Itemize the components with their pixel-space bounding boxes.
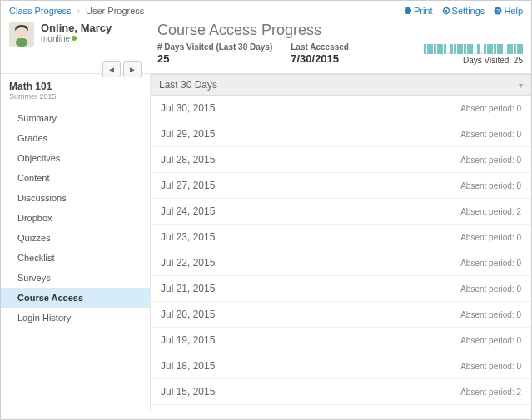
chevron-down-icon: ▾: [519, 81, 523, 90]
spark-bar: [480, 52, 483, 54]
help-link[interactable]: ?Help: [494, 6, 523, 16]
row-date: Jul 27, 2015: [161, 180, 215, 191]
course-name: Math 101: [1, 77, 150, 92]
prev-user-button[interactable]: ◄: [102, 61, 121, 77]
user-name: Online, Marcy: [41, 22, 157, 34]
row-absent-period: Absent period: 0: [460, 362, 521, 371]
settings-link[interactable]: Settings: [442, 6, 488, 16]
svg-point-4: [445, 10, 446, 12]
last-accessed-label: Last Accessed: [291, 42, 349, 52]
access-row[interactable]: Jul 23, 2015Absent period: 0: [151, 225, 531, 250]
row-absent-period: Absent period: 2: [460, 388, 521, 397]
breadcrumb-separator: ›: [77, 7, 80, 16]
print-icon: [404, 7, 412, 15]
status-dot-icon: [72, 36, 77, 41]
spark-bar: [434, 44, 436, 54]
access-row[interactable]: Jul 24, 2015Absent period: 2: [151, 199, 531, 225]
access-row[interactable]: Jul 22, 2015Absent period: 0: [151, 250, 531, 276]
sidebar-item-summary[interactable]: Summary: [1, 108, 150, 128]
spark-bar: [450, 44, 453, 54]
section-header[interactable]: Last 30 Days ▾: [151, 74, 531, 96]
sidebar-item-content[interactable]: Content: [1, 168, 150, 188]
sparkline: [424, 42, 523, 54]
svg-rect-2: [405, 12, 410, 14]
sidebar-item-course-access[interactable]: Course Access: [1, 288, 150, 308]
row-date: Jul 21, 2015: [161, 283, 215, 294]
user-username: monline: [41, 34, 157, 43]
spark-bar: [464, 44, 466, 54]
access-row[interactable]: Jul 28, 2015Absent period: 0: [151, 147, 531, 173]
sidebar-item-objectives[interactable]: Objectives: [1, 148, 150, 168]
svg-rect-0: [405, 9, 411, 12]
access-row[interactable]: Jul 21, 2015Absent period: 0: [151, 276, 531, 302]
print-link[interactable]: Print: [404, 6, 435, 16]
spark-bar: [454, 44, 456, 54]
section-title: Last 30 Days: [159, 79, 217, 91]
spark-bar: [437, 44, 440, 54]
row-date: Jul 24, 2015: [161, 205, 215, 217]
svg-rect-8: [16, 38, 27, 47]
access-row[interactable]: Jul 18, 2015Absent period: 0: [151, 353, 531, 379]
top-actions: Print Settings ?Help: [397, 6, 523, 16]
sidebar-item-dropbox[interactable]: Dropbox: [1, 208, 150, 228]
course-term: Summer 2015: [1, 92, 150, 106]
spark-bar: [460, 44, 463, 54]
sidebar-item-discussions[interactable]: Discussions: [1, 188, 150, 208]
spark-bar: [520, 44, 523, 54]
spark-bar: [424, 44, 426, 54]
row-date: Jul 15, 2015: [161, 386, 215, 398]
spark-bar: [517, 44, 520, 54]
sidebar-item-surveys[interactable]: Surveys: [1, 268, 150, 288]
row-date: Jul 29, 2015: [161, 128, 215, 140]
content-area: Last 30 Days ▾ Jul 30, 2015Absent period…: [151, 74, 531, 410]
spark-bar: [507, 44, 510, 54]
row-date: Jul 18, 2015: [161, 360, 215, 372]
sparkline-label: Days Visited: 25: [424, 56, 523, 65]
spark-bar: [477, 44, 480, 54]
spark-bar: [444, 44, 446, 54]
spark-bar: [457, 44, 460, 54]
breadcrumb-current: User Progress: [86, 6, 144, 16]
row-absent-period: Absent period: 2: [460, 207, 521, 216]
svg-text:?: ?: [496, 8, 500, 14]
row-absent-period: Absent period: 0: [460, 259, 521, 268]
avatar: [9, 22, 34, 47]
spark-bar: [440, 44, 443, 54]
spark-bar: [514, 44, 516, 54]
access-row[interactable]: Jul 29, 2015Absent period: 0: [151, 121, 531, 147]
row-absent-period: Absent period: 0: [460, 181, 521, 190]
sidebar-item-login-history[interactable]: Login History: [1, 308, 150, 328]
breadcrumb: Class Progress › User Progress: [9, 6, 144, 16]
row-date: Jul 28, 2015: [161, 154, 215, 166]
spark-bar: [447, 52, 450, 54]
days-visited-label: # Days Visited (Last 30 Days): [157, 42, 272, 52]
row-absent-period: Absent period: 0: [460, 156, 521, 165]
sidebar-item-checklist[interactable]: Checklist: [1, 248, 150, 268]
spark-bar: [474, 52, 476, 54]
access-row[interactable]: Jul 30, 2015Absent period: 0: [151, 96, 531, 121]
row-absent-period: Absent period: 0: [460, 310, 521, 319]
row-date: Jul 22, 2015: [161, 257, 215, 269]
access-row[interactable]: Jul 15, 2015Absent period: 2: [151, 379, 531, 405]
spark-bar: [504, 52, 506, 54]
row-date: Jul 23, 2015: [161, 231, 215, 243]
spark-bar: [487, 44, 490, 54]
row-date: Jul 30, 2015: [161, 102, 215, 114]
spark-bar: [490, 44, 493, 54]
access-row[interactable]: Jul 20, 2015Absent period: 0: [151, 302, 531, 328]
row-absent-period: Absent period: 0: [460, 104, 521, 113]
sidebar-item-grades[interactable]: Grades: [1, 128, 150, 148]
spark-bar: [470, 44, 473, 54]
gear-icon: [442, 7, 450, 15]
access-row[interactable]: Jul 27, 2015Absent period: 0: [151, 173, 531, 199]
spark-bar: [510, 44, 513, 54]
spark-bar: [427, 44, 430, 54]
breadcrumb-root[interactable]: Class Progress: [9, 6, 72, 16]
days-visited-value: 25: [157, 52, 272, 65]
row-absent-period: Absent period: 0: [460, 233, 521, 242]
row-absent-period: Absent period: 0: [460, 284, 521, 294]
next-user-button[interactable]: ►: [123, 61, 142, 77]
sidebar-item-quizzes[interactable]: Quizzes: [1, 228, 150, 248]
row-absent-period: Absent period: 0: [460, 130, 521, 139]
access-row[interactable]: Jul 19, 2015Absent period: 0: [151, 328, 531, 353]
